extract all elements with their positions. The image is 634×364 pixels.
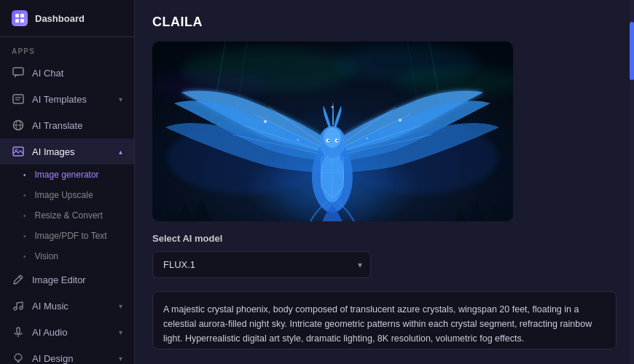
ai-templates-label: AI Templates — [32, 94, 87, 105]
ai-design-icon — [12, 352, 25, 364]
ai-images-subnav: Image generator Image Upscale Resize & C… — [0, 165, 134, 266]
image-editor-label: Image Editor — [32, 274, 86, 285]
image-generator-label: Image generator — [35, 170, 99, 180]
svg-point-50 — [399, 119, 402, 122]
svg-rect-5 — [13, 95, 23, 103]
model-select-wrapper: FLUX.1 DALL-E 3 Stable Diffusion ▾ — [152, 251, 371, 278]
resize-convert-label: Resize & Convert — [35, 210, 103, 221]
svg-rect-4 — [13, 68, 23, 75]
image-container — [152, 41, 513, 221]
svg-line-13 — [19, 277, 21, 279]
ai-audio-icon — [12, 325, 25, 339]
sidebar-subitem-image-pdf-to-text[interactable]: Image/PDF to Text — [23, 226, 134, 246]
image-pdf-to-text-label: Image/PDF to Text — [35, 231, 107, 241]
page-title: CLAILA — [152, 15, 617, 30]
image-editor-icon — [12, 273, 25, 286]
ai-audio-chevron: ▾ — [119, 328, 122, 336]
ai-templates-icon — [12, 92, 25, 106]
sidebar-subitem-resize-convert[interactable]: Resize & Convert — [23, 205, 134, 226]
svg-rect-16 — [17, 328, 20, 333]
svg-rect-1 — [20, 14, 24, 17]
ai-audio-label: AI Audio — [32, 327, 67, 338]
sidebar-header[interactable]: Dashboard — [0, 0, 134, 37]
ai-images-chevron: ▴ — [119, 148, 122, 156]
ai-chat-icon — [12, 66, 25, 79]
svg-point-53 — [332, 106, 334, 108]
scrollbar-thumb[interactable] — [630, 22, 634, 80]
svg-point-49 — [264, 120, 267, 123]
svg-rect-0 — [15, 14, 19, 17]
model-select[interactable]: FLUX.1 DALL-E 3 Stable Diffusion — [152, 251, 371, 278]
ai-music-chevron: ▾ — [119, 302, 122, 310]
generated-image — [152, 41, 513, 221]
svg-rect-2 — [15, 19, 19, 23]
sidebar-item-ai-translate[interactable]: AI Translate — [0, 112, 134, 138]
apps-section-label: APPS — [0, 37, 134, 60]
sidebar: Dashboard APPS AI Chat AI Templates ▾ — [0, 0, 135, 364]
ai-translate-icon — [12, 119, 25, 132]
sidebar-item-ai-audio[interactable]: AI Audio ▾ — [0, 319, 134, 345]
ai-design-label: AI Design — [32, 353, 73, 364]
ai-music-label: AI Music — [32, 301, 69, 312]
ai-templates-chevron: ▾ — [119, 95, 122, 103]
svg-rect-11 — [13, 147, 23, 156]
sidebar-subitem-image-upscale[interactable]: Image Upscale — [23, 185, 134, 205]
ai-translate-label: AI Translate — [32, 120, 82, 131]
vision-label: Vision — [35, 251, 58, 261]
scrollbar-track — [630, 0, 634, 364]
sidebar-item-ai-music[interactable]: AI Music ▾ — [0, 293, 134, 319]
dashboard-label: Dashboard — [35, 13, 85, 24]
ai-images-icon — [12, 145, 25, 158]
main-content: CLAILA — [135, 0, 634, 364]
svg-rect-3 — [20, 19, 24, 23]
ai-design-chevron: ▾ — [119, 355, 122, 363]
sidebar-item-ai-images[interactable]: AI Images ▴ — [0, 138, 134, 165]
image-upscale-label: Image Upscale — [35, 190, 93, 200]
sidebar-item-ai-design[interactable]: AI Design ▾ — [0, 345, 134, 364]
ai-images-label: AI Images — [32, 146, 75, 157]
svg-point-12 — [15, 149, 17, 151]
ai-music-icon — [12, 299, 25, 312]
dashboard-icon — [12, 10, 28, 26]
sidebar-item-ai-chat[interactable]: AI Chat — [0, 60, 134, 86]
select-model-label: Select AI model — [152, 233, 617, 244]
sidebar-subitem-vision[interactable]: Vision — [23, 246, 134, 266]
ai-chat-label: AI Chat — [32, 68, 63, 79]
prompt-textarea[interactable]: A majestic crystal phoenix, body compose… — [152, 291, 617, 349]
sidebar-item-ai-templates[interactable]: AI Templates ▾ — [0, 86, 134, 112]
phoenix-image — [152, 41, 513, 221]
sidebar-subitem-image-generator[interactable]: Image generator — [23, 165, 134, 185]
sidebar-item-image-editor[interactable]: Image Editor — [0, 266, 134, 293]
